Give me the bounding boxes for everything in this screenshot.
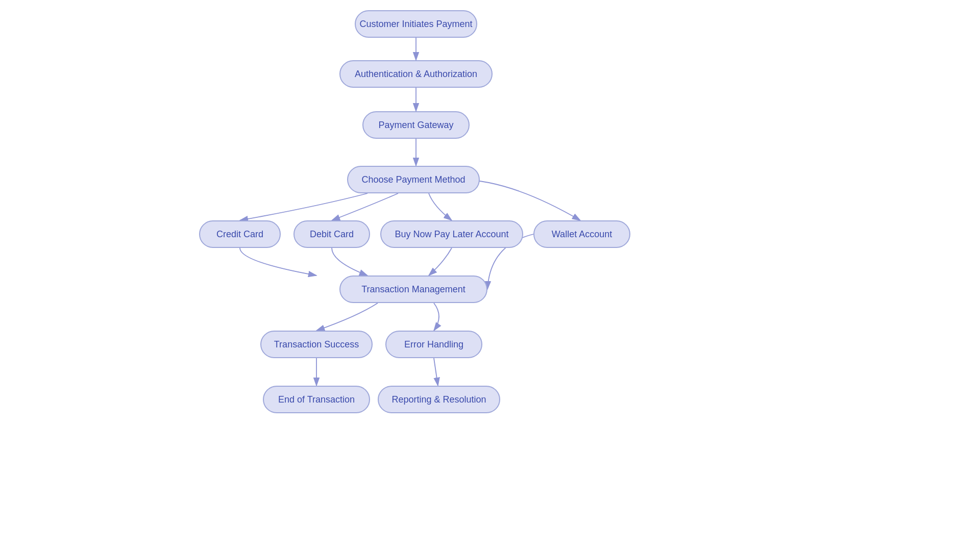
- node-customer-initiates: Customer Initiates Payment: [355, 10, 477, 38]
- flowchart-svg: [0, 0, 980, 551]
- node-choose-method: Choose Payment Method: [347, 166, 480, 193]
- node-wallet-account: Wallet Account: [533, 220, 630, 248]
- node-end-of-transaction: End of Transaction: [263, 386, 370, 413]
- node-credit-card: Credit Card: [199, 220, 281, 248]
- diagram-container: Customer Initiates Payment Authenticatio…: [0, 0, 980, 551]
- node-debit-card: Debit Card: [293, 220, 370, 248]
- node-auth-auth: Authentication & Authorization: [339, 60, 493, 88]
- node-bnpl: Buy Now Pay Later Account: [380, 220, 523, 248]
- node-transaction-management: Transaction Management: [339, 276, 487, 303]
- node-transaction-success: Transaction Success: [260, 331, 373, 358]
- node-reporting-resolution: Reporting & Resolution: [378, 386, 500, 413]
- svg-line-5: [434, 358, 438, 386]
- node-payment-gateway: Payment Gateway: [362, 111, 470, 139]
- node-error-handling: Error Handling: [385, 331, 482, 358]
